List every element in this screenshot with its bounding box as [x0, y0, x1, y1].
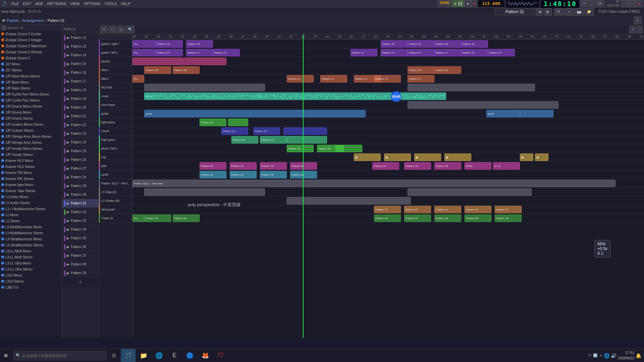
loop-btn[interactable]: ⟳ [581, 0, 588, 7]
select-tool-btn[interactable]: ⬚ [109, 26, 116, 33]
pattern-block[interactable]: Pattern 33 [253, 127, 280, 135]
sidebar-plugin-item[interactable]: L360 5.0 [0, 284, 62, 290]
pattern-block[interactable]: Pattern 35 [230, 162, 257, 170]
channel-rack-btn[interactable]: ⚙ [554, 8, 564, 15]
pattern-block[interactable]: Pattern 39 [465, 215, 491, 222]
pattern-block[interactable]: Pattern 35 [290, 162, 317, 170]
track-name-row[interactable]: guitar [99, 109, 132, 118]
close-btn[interactable]: ✕ [635, 0, 643, 7]
sidebar-plugin-item[interactable]: Kramer PIE Mono [0, 170, 62, 176]
track-row[interactable]: Pattern 30 [132, 118, 644, 127]
sidebar-plugin-item[interactable]: Kramer tape Mono [0, 182, 62, 188]
sidebar-plugin-item[interactable]: L3 MultiMaximizer Mono [0, 224, 62, 230]
pattern-list-item[interactable]: ▶Pattern 18 [62, 86, 99, 95]
pattern-block[interactable]: Pattern 39 [434, 215, 461, 222]
menu-edit[interactable]: EDIT [21, 1, 33, 6]
pattern-block[interactable]: Pattern 26 [156, 40, 183, 48]
pattern-block[interactable]: ▣ [520, 154, 533, 161]
menu-help[interactable]: HELP [119, 1, 132, 6]
pattern-list-item[interactable]: ▶Pattern 25 [62, 147, 99, 156]
pattern-block[interactable]: Pattern 36 [290, 171, 317, 178]
pattern-list-item[interactable]: ▶Pattern 37 [62, 251, 99, 260]
sidebar-plugin-item[interactable]: Kramer HLS Stereo [0, 164, 62, 170]
chevron-up-tray[interactable]: ∧ [599, 353, 602, 358]
pattern-block[interactable]: Pattern 36 [230, 171, 257, 178]
sidebar-plugin-item[interactable]: iZotope Ozone 5 Reverb [0, 49, 62, 55]
pattern-block[interactable]: Pattern 27 [351, 49, 377, 56]
pattern-list-item[interactable]: ▶Pattern 14 [62, 51, 99, 60]
track-row[interactable]: Pa..Pattern 26Pattern 26Pattern 26Patter… [132, 40, 644, 48]
track-name-row[interactable]: guitar ( right ) [99, 40, 132, 48]
sidebar-plugin-item[interactable]: L3 UltraMaximizer Stereo [0, 242, 62, 248]
menu-file[interactable]: FILE [9, 1, 21, 6]
track-name-row[interactable]: Arp [99, 153, 132, 162]
breadcrumb-playlist[interactable]: Playlist [7, 18, 18, 22]
sidebar-plugin-item[interactable]: iZotope Ozone 5 Imager [0, 37, 62, 43]
sidebar-plugin-item[interactable]: JJP-Strings-Keys Mono-Stereo [0, 133, 62, 139]
track-row[interactable]: Pa..Pattern 17Pattern 17Pattern 17Patter… [132, 74, 644, 83]
pattern-list-item[interactable]: ▶Pattern 28 [62, 173, 99, 182]
track-row[interactable]: Pattern 33Pattern 33 [132, 127, 644, 135]
pattern-block[interactable]: Pattern 39 [374, 215, 401, 222]
pattern-list-item[interactable]: ▶Pattern 30 [62, 190, 99, 199]
notifications-btn[interactable]: 🔔 [636, 353, 641, 358]
maximize-btn[interactable]: □ [629, 0, 635, 7]
pattern-block[interactable]: Pattern 35 [434, 162, 461, 170]
pattern-block[interactable]: Param. EQ 2 – Mix level [132, 180, 615, 187]
pattern-block[interactable]: ▣ [414, 154, 441, 161]
taskbar-app-4[interactable]: E [167, 349, 182, 362]
pattern-block[interactable]: Pattern 31 [260, 136, 287, 143]
pattern-list-item[interactable]: ▶Pattern 13 [62, 42, 99, 51]
pattern-block[interactable]: Pattern 26 [434, 66, 461, 74]
pattern-block[interactable] [228, 119, 248, 126]
breadcrumb-arrangement[interactable]: Arrangement [22, 18, 44, 22]
sidebar-plugin-item[interactable]: JJP-Bass Mono-Stereo [0, 73, 62, 79]
taskbar-app-2[interactable]: 📁 [136, 349, 151, 362]
pattern-block[interactable]: Pattern 37 [495, 206, 522, 213]
taskbar-app-7[interactable]: 🛡 [213, 349, 228, 362]
pattern-block[interactable]: Pattern 27 [186, 49, 213, 56]
track-row[interactable] [132, 188, 644, 196]
track-name-row[interactable]: light piano [99, 118, 132, 127]
track-row[interactable]: Pa..Pattern 27Pattern 27Pattern 27Patter… [132, 48, 644, 57]
track-name-row[interactable]: guitar ( left ) [99, 48, 132, 57]
pattern-block[interactable]: Pattern 35 [372, 162, 399, 170]
menu-add[interactable]: ADD [33, 1, 45, 6]
minimize-btn[interactable]: ─ [622, 0, 629, 7]
play-pause-btn[interactable]: ▶▐▐ [452, 0, 464, 7]
pattern-block[interactable]: Pattern 26 [434, 40, 461, 48]
sidebar-plugin-item[interactable]: Kramer Tape Stereo [0, 188, 62, 194]
browser-btn[interactable]: 📁 [584, 8, 594, 15]
start-btn[interactable]: ⊞ [0, 349, 12, 362]
track-name-row[interactable]: string pad [99, 205, 132, 214]
pattern-block[interactable]: Pattern 35 [404, 162, 431, 170]
pattern-list-item[interactable]: ▶Pattern 39 [62, 269, 99, 278]
pattern-block[interactable]: Pattern 35 [260, 162, 287, 170]
pattern-list-item[interactable]: ▶Pattern 23 [62, 129, 99, 138]
pattern-block[interactable]: Pattern 39 [404, 215, 431, 222]
pattern-block[interactable]: Pattern 27 [434, 49, 461, 56]
sidebar-plugin-item[interactable]: L316 Mono [0, 272, 62, 278]
track-row[interactable]: vocal [132, 92, 644, 101]
breadcrumb-pattern31[interactable]: Pattern 31 [48, 18, 65, 22]
pattern-block[interactable]: Pattern 17 [287, 75, 314, 82]
sidebar-plugin-item[interactable]: JJP-Vocals Stereo [0, 152, 62, 158]
track-row[interactable]: ▣▣▣▣▣▣ [132, 153, 644, 162]
track-row[interactable]: Pattern 31Pattern 31 [132, 135, 644, 144]
track-row[interactable]: Pattern 36Pattern 36Pattern 36Pattern 36 [132, 170, 644, 179]
track-name-row[interactable]: 8bit-1 [99, 66, 132, 74]
sidebar-plugin-item[interactable]: L2 Mono [0, 212, 62, 218]
pattern-block[interactable]: Pattern 27 [461, 49, 488, 56]
pattern-block[interactable]: ▣ [535, 154, 548, 161]
sidebar-plugin-item[interactable]: L1 limiter Mono [0, 194, 62, 200]
sequence-area[interactable]: 2829303132333435363738394041424344454647… [132, 34, 644, 338]
sidebar-plugin-item[interactable]: JJP-Bass Mono [0, 79, 62, 85]
network-icon[interactable]: 🌐 [604, 353, 609, 358]
sidebar-add-btn[interactable]: + [1, 25, 6, 30]
task-view-btn[interactable]: ⊞ [110, 352, 118, 359]
track-name-row[interactable]: pluck1 [99, 57, 132, 66]
pattern-list-item[interactable]: ▶Pattern 17 [62, 77, 99, 86]
pattern-block[interactable]: Pattern 37 [434, 206, 461, 213]
pattern-block[interactable]: guitar [144, 110, 366, 117]
pattern-block[interactable]: Pattern 31 [231, 136, 258, 143]
